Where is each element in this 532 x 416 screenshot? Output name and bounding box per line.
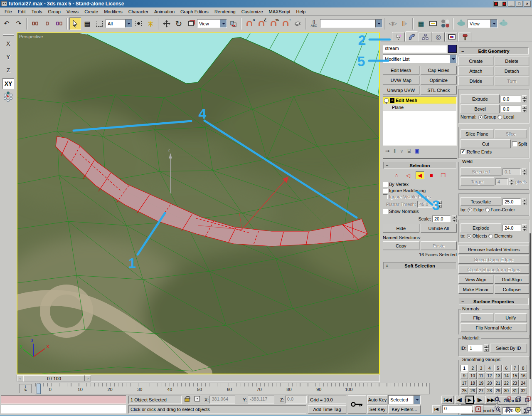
macro-recorder-field[interactable] xyxy=(1,395,126,404)
menu-item[interactable]: File xyxy=(2,8,15,15)
smoothing-group-button[interactable]: 14 xyxy=(502,372,510,379)
create-shape-from-edges-button[interactable]: Create Shape from Edges xyxy=(458,265,529,274)
flip-button[interactable]: Flip xyxy=(461,313,493,322)
selection-lock-toggle[interactable] xyxy=(185,396,190,402)
subobject-polygon-icon[interactable]: ■ xyxy=(427,171,436,179)
track-view-icon[interactable]: ▦ xyxy=(415,17,427,30)
unlink-selection-icon[interactable] xyxy=(41,17,53,30)
subobject-element-icon[interactable]: ❒ xyxy=(439,171,448,179)
weld-target-button[interactable]: Target xyxy=(461,177,494,186)
z-field[interactable]: 0.0 xyxy=(285,396,307,404)
time-slider-handle[interactable]: 0 / 100 xyxy=(23,375,85,381)
stack-item-plane[interactable]: Plane xyxy=(383,104,456,111)
restrict-x-button[interactable]: X xyxy=(2,38,14,49)
bevel-spinner[interactable] xyxy=(522,105,527,112)
edit-geometry-rollout-header[interactable]: − Edit Geometry xyxy=(459,47,529,54)
open-mini-curve-editor-icon[interactable]: ⌇⇅ xyxy=(19,384,32,393)
arc-rotate-icon[interactable] xyxy=(513,405,522,414)
tab-hierarchy[interactable] xyxy=(419,32,431,42)
weld-selected-button[interactable]: Selected xyxy=(461,167,501,176)
by-edge-radio[interactable] xyxy=(468,208,472,212)
select-and-rotate-icon[interactable]: ↻ xyxy=(173,17,185,30)
modifier-shortcut-button[interactable]: Unwrap UVW xyxy=(383,86,419,94)
restrict-y-button[interactable]: Y xyxy=(2,52,14,62)
title-bar[interactable]: tutorial27.max - 3ds max 5 - Stand-alone… xyxy=(0,0,532,7)
select-open-edges-button[interactable]: Select Open Edges xyxy=(458,255,529,264)
smoothing-group-button[interactable]: 16 xyxy=(520,372,527,379)
unify-button[interactable]: Unify xyxy=(495,313,527,322)
planar-thresh-field[interactable]: 45.0 xyxy=(417,201,436,208)
collapse-button[interactable]: Collapse xyxy=(495,285,530,294)
zoom-extents-all-icon[interactable] xyxy=(523,395,532,404)
smoothing-group-button[interactable]: 12 xyxy=(486,372,493,379)
weld-selected-field[interactable]: 0.1 xyxy=(502,168,521,175)
slice-plane-button[interactable]: Slice Plane xyxy=(461,129,493,138)
y-field[interactable]: -383.117 xyxy=(248,396,274,404)
extrude-field[interactable]: 0.0 xyxy=(501,96,521,102)
bevel-button[interactable]: Bevel xyxy=(461,104,500,113)
weld-target-field[interactable]: 4 xyxy=(495,178,508,185)
schematic-view-icon[interactable] xyxy=(427,17,439,30)
selection-filter-dropdown[interactable]: All xyxy=(106,19,132,28)
flip-normal-mode-button[interactable]: Flip Normal Mode xyxy=(461,323,527,332)
set-key-button[interactable]: Set Key xyxy=(367,405,387,414)
time-slider[interactable]: ‹ 0 / 100 › xyxy=(17,375,380,382)
weld-target-spinner[interactable] xyxy=(509,178,514,185)
paste-button[interactable]: Paste xyxy=(421,241,457,250)
subobject-edge-icon[interactable]: ◁ xyxy=(404,171,413,179)
restrict-z-button[interactable]: Z xyxy=(2,65,14,76)
tab-create[interactable] xyxy=(392,32,405,42)
menu-item[interactable]: Group xyxy=(45,8,64,15)
next-frame-button[interactable]: |▶ xyxy=(475,396,484,404)
make-unique-icon[interactable]: ∨ xyxy=(400,148,404,154)
cut-button[interactable]: Cut xyxy=(461,139,511,148)
make-planar-button[interactable]: Make Planar xyxy=(458,285,493,294)
tab-display[interactable] xyxy=(445,32,458,42)
smoothing-group-button[interactable]: 7 xyxy=(511,365,519,371)
split-checkbox[interactable] xyxy=(512,141,517,146)
spinner-snap-icon[interactable]: ↕ xyxy=(280,17,291,30)
restrict-xy-plane-button[interactable]: XY xyxy=(2,78,14,89)
subobject-face-icon[interactable]: ◀ xyxy=(416,171,424,179)
surface-properties-rollout-header[interactable]: − Surface Properties xyxy=(459,298,529,305)
pin-stack-icon[interactable]: ⊸ xyxy=(385,148,389,154)
dropdown-arrow-icon[interactable] xyxy=(220,20,227,27)
auto-key-button[interactable]: Auto Key xyxy=(367,395,387,404)
modifier-shortcut-button[interactable]: Optimize xyxy=(421,76,457,84)
to-objects-radio[interactable] xyxy=(467,234,471,238)
configure-modifier-sets-icon[interactable]: ▣ xyxy=(415,148,419,154)
planar-thresh-spinner[interactable] xyxy=(437,201,442,208)
select-object-icon[interactable] xyxy=(69,17,81,30)
visibility-bulb-icon[interactable] xyxy=(384,98,389,103)
angle-snap-icon[interactable]: ∠ xyxy=(256,17,267,30)
percent-snap-icon[interactable]: % xyxy=(268,17,279,30)
previous-frame-button[interactable]: ◀| xyxy=(455,396,464,404)
menu-item[interactable]: Rendering xyxy=(212,8,239,15)
select-and-move-icon[interactable] xyxy=(161,17,172,30)
selection-rollout-header[interactable]: − Selection xyxy=(383,162,456,169)
play-button[interactable]: ▶ xyxy=(466,396,474,404)
extrude-button[interactable]: Extrude xyxy=(461,94,500,103)
restore-button[interactable]: □ xyxy=(516,1,523,7)
smoothing-group-button[interactable]: 9 xyxy=(461,372,468,379)
menu-item[interactable]: Edit xyxy=(15,8,29,15)
explode-button[interactable]: Explode xyxy=(461,223,501,232)
mirror-icon[interactable]: ◁|▷ xyxy=(387,17,399,30)
smoothing-group-button[interactable]: 10 xyxy=(469,372,476,379)
dropdown-arrow-icon[interactable] xyxy=(490,20,497,27)
menu-item[interactable]: Modifiers xyxy=(101,8,126,15)
zoom-all-icon[interactable] xyxy=(503,395,512,404)
smoothing-group-button[interactable]: 11 xyxy=(478,372,485,379)
bevel-field[interactable]: 0.0 xyxy=(501,106,521,112)
grid-align-button[interactable]: Grid Align xyxy=(495,275,530,284)
dropdown-arrow-icon[interactable] xyxy=(450,55,456,63)
smoothing-group-button[interactable]: 1 xyxy=(461,365,468,371)
set-key-mode-button[interactable] xyxy=(348,395,366,414)
dropdown-arrow-icon[interactable] xyxy=(125,20,132,27)
modifier-shortcut-button[interactable]: UVW Map xyxy=(383,76,419,84)
expand-icon[interactable]: + xyxy=(390,98,394,103)
material-id-spinner[interactable] xyxy=(484,344,489,352)
to-elements-radio[interactable] xyxy=(488,234,493,238)
explode-field[interactable]: 24.0 xyxy=(502,225,521,231)
subobject-vertex-icon[interactable]: ∴ xyxy=(392,171,401,179)
